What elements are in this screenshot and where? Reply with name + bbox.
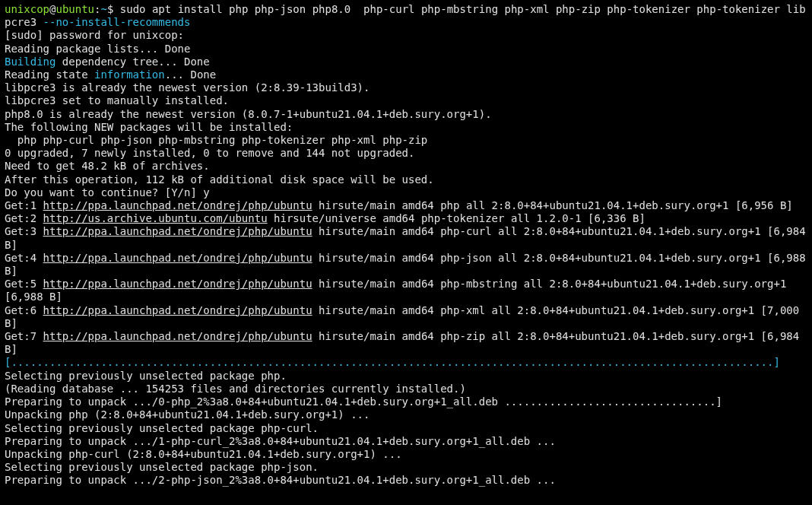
line-get5-url: http://ppa.launchpad.net/ondrej/php/ubun… (43, 278, 312, 290)
line-new-pkgs-list: php php-curl php-json php-mbstring php-t… (5, 134, 427, 146)
line-get7-pre: Get:7 (5, 330, 43, 342)
prompt-symbol: $ (107, 3, 113, 15)
line-sel-phpjson: Selecting previously unselected package … (5, 461, 319, 473)
line-new-pkgs-hdr: The following NEW packages will be insta… (5, 121, 293, 133)
line-get3-url: http://ppa.launchpad.net/ondrej/php/ubun… (43, 225, 312, 237)
line-information: information (94, 68, 165, 81)
line-get2-url: http://us.archive.ubuntu.com/ubuntu (43, 212, 268, 224)
line-read-state-tail: ... Done (165, 68, 216, 81)
line-need-get: Need to get 48.2 kB of archives. (5, 160, 210, 172)
line-get4-url: http://ppa.launchpad.net/ondrej/php/ubun… (43, 252, 312, 264)
line-read-db: (Reading database ... 154253 files and d… (5, 383, 466, 395)
line-sel-phpcurl: Selecting previously unselected package … (5, 422, 319, 434)
line-get2-pre: Get:2 (5, 212, 43, 224)
line-prep-phpjson: Preparing to unpack .../2-php-json_2%3a8… (5, 474, 556, 486)
line-get2-post: hirsute/universe amd64 php-tokenizer all… (268, 212, 645, 224)
line-get4-pre: Get:4 (5, 252, 43, 264)
line-read-state: Reading state (5, 68, 94, 81)
line-read-pkg: Reading package lists... Done (5, 43, 190, 55)
line-dep-tree: dependency tree... Done (56, 56, 209, 68)
line-sudo-pw: [sudo] password for unixcop: (5, 29, 184, 41)
terminal-output: unixcop@ubuntu:~$ sudo apt install php p… (0, 0, 812, 491)
line-get6-pre: Get:6 (5, 304, 43, 316)
line-get1-pre: Get:1 (5, 199, 43, 211)
line-get6-url: http://ppa.launchpad.net/ondrej/php/ubun… (43, 304, 312, 316)
line-libpcre-ver: libpcre3 is already the newest version (… (5, 81, 370, 94)
line-get7-url: http://ppa.launchpad.net/ondrej/php/ubun… (43, 330, 312, 342)
line-prep-php: Preparing to unpack .../0-php_2%3a8.0+84… (5, 395, 722, 408)
prompt-host: ubuntu (56, 3, 94, 15)
line-sel-php: Selecting previously unselected package … (5, 370, 287, 382)
line-unpack-phpcurl: Unpacking php-curl (2:8.0+84+ubuntu21.04… (5, 448, 402, 460)
line-building: Building (5, 56, 56, 68)
line-unpack-php: Unpacking php (2:8.0+84+ubuntu21.04.1+de… (5, 408, 370, 421)
line-prep-phpcurl: Preparing to unpack .../1-php-curl_2%3a8… (5, 435, 556, 447)
line-continue-q: Do you want to continue? [Y/n] y (5, 186, 210, 199)
command-option: --no-install-recommends (43, 16, 191, 28)
line-get1-post: hirsute/main amd64 php all 2:8.0+84+ubun… (312, 199, 793, 211)
line-get3-pre: Get:3 (5, 225, 43, 237)
prompt-path: ~ (100, 3, 106, 15)
line-get1-url: http://ppa.launchpad.net/ondrej/php/ubun… (43, 199, 312, 211)
line-upgrade-summary: 0 upgraded, 7 newly installed, 0 to remo… (5, 147, 414, 159)
line-progress-bar: [.......................................… (5, 356, 780, 368)
line-get5-pre: Get:5 (5, 278, 43, 290)
line-php8-ver: php8.0 is already the newest version (8.… (5, 108, 492, 120)
line-after-op: After this operation, 112 kB of addition… (5, 173, 434, 186)
prompt-user: unixcop (5, 3, 49, 15)
line-libpcre-manual: libpcre3 set to manually installed. (5, 94, 229, 106)
